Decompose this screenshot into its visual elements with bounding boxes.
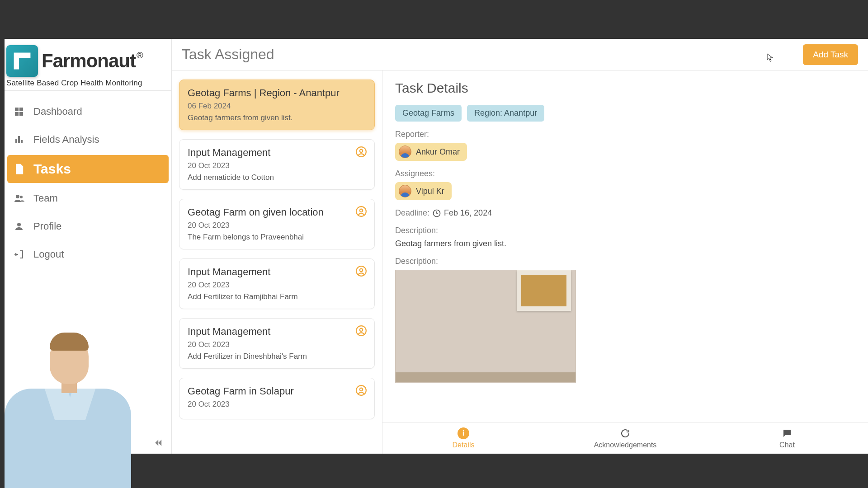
task-card-date: 20 Oct 2023: [188, 281, 366, 290]
brand-tagline: Satellite Based Crop Health Monitoring: [6, 79, 170, 88]
task-list[interactable]: Geotag Farms | Region - Anantpur 06 Feb …: [172, 70, 382, 454]
tab-acknowledgements[interactable]: Acknowledgements: [544, 422, 706, 454]
task-card-title: Input Management: [188, 326, 366, 338]
sidebar-item-dashboard[interactable]: Dashboard: [7, 99, 169, 124]
assignees-label: Assignees:: [395, 169, 855, 178]
svg-rect-6: [18, 136, 20, 143]
reporter-label: Reporter:: [395, 130, 855, 139]
assignee-chip[interactable]: Vipul Kr: [395, 182, 452, 200]
sidebar-item-fields-analysis[interactable]: Fields Analysis: [7, 127, 169, 152]
info-icon: i: [458, 427, 469, 439]
task-card-title: Geotag Farm in Solapur: [188, 385, 366, 397]
task-card-date: 20 Oct 2023: [188, 221, 366, 230]
brand-block: Farmonaut® Satellite Based Crop Health M…: [5, 39, 171, 91]
assignee-icon: [355, 146, 367, 158]
svg-rect-4: [19, 112, 23, 116]
task-card[interactable]: Input Management 20 Oct 2023 Add Fertili…: [179, 318, 375, 369]
task-card-date: 20 Oct 2023: [188, 340, 366, 349]
task-card-desc: Add Fertilizer in Dineshbhai's Farm: [188, 352, 366, 361]
description-text: Geotag farmers from given list.: [395, 239, 855, 249]
task-card-desc: Add nematicide to Cotton: [188, 173, 366, 182]
task-card-desc: Geotag farmers from given list.: [188, 113, 366, 122]
logout-icon: [13, 248, 25, 261]
task-card[interactable]: Input Management 20 Oct 2023 Add nematic…: [179, 139, 375, 190]
deadline-value: Feb 16, 2024: [444, 208, 492, 218]
task-card-title: Geotag Farms | Region - Anantpur: [188, 87, 366, 99]
task-card-desc: The Farm belongs to Praveenbhai: [188, 233, 366, 242]
assignee-icon: [355, 206, 367, 217]
detail-heading: Task Details: [395, 80, 855, 96]
svg-point-18: [360, 328, 363, 332]
tab-chat[interactable]: Chat: [706, 422, 868, 454]
avatar: [399, 185, 411, 197]
task-card-title: Input Management: [188, 266, 366, 278]
person-icon: [13, 220, 25, 233]
svg-point-8: [16, 195, 19, 198]
assignee-icon: [355, 265, 367, 277]
tab-details[interactable]: i Details: [382, 422, 544, 454]
reporter-chip[interactable]: Ankur Omar: [395, 143, 467, 161]
chat-icon: [781, 427, 793, 439]
page-title: Task Assigned: [182, 46, 274, 63]
sidebar-nav: Dashboard Fields Analysis Tasks Team: [5, 91, 171, 267]
sidebar-item-profile[interactable]: Profile: [7, 214, 169, 239]
svg-point-14: [360, 209, 363, 212]
sidebar-item-team[interactable]: Team: [7, 186, 169, 211]
task-card-date: 20 Oct 2023: [188, 400, 366, 409]
svg-marker-0: [14, 53, 31, 70]
detail-tabs: i Details Acknowledgements Chat: [382, 422, 868, 454]
svg-rect-3: [15, 112, 19, 116]
document-icon: [13, 163, 25, 175]
svg-point-10: [17, 223, 21, 226]
reporter-name: Ankur Omar: [416, 147, 460, 157]
mouse-cursor: [767, 53, 773, 62]
sidebar-item-label: Team: [33, 192, 58, 204]
sidebar-item-label: Logout: [33, 249, 64, 260]
assignee-icon: [355, 325, 367, 337]
svg-rect-2: [19, 108, 23, 111]
svg-point-20: [360, 388, 363, 391]
sidebar-item-label: Profile: [33, 221, 61, 232]
sidebar-item-label: Dashboard: [33, 106, 82, 117]
tab-label: Details: [453, 441, 475, 449]
page-header: Task Assigned Add Task: [172, 39, 868, 70]
task-card-date: 06 Feb 2024: [188, 102, 366, 111]
brand-name: Farmonaut: [42, 50, 136, 71]
tab-label: Acknowledgements: [594, 441, 657, 449]
task-card-title: Geotag Farm on given location: [188, 206, 366, 218]
window-bottom-bar: [0, 454, 868, 488]
sidebar-item-logout[interactable]: Logout: [7, 242, 169, 267]
tab-label: Chat: [779, 441, 795, 449]
team-icon: [13, 192, 25, 205]
attachment-image[interactable]: [395, 270, 576, 383]
registered-mark: ®: [137, 50, 143, 60]
task-card[interactable]: Geotag Farm on given location 20 Oct 202…: [179, 199, 375, 249]
tag-row: Geotag Farms Region: Anantpur: [395, 105, 855, 122]
assignee-icon: [355, 385, 367, 396]
add-task-button[interactable]: Add Task: [803, 44, 858, 65]
clock-icon: [432, 209, 441, 218]
tag-chip: Region: Anantpur: [467, 105, 544, 122]
svg-point-12: [360, 150, 363, 153]
task-card[interactable]: Input Management 20 Oct 2023 Add Fertili…: [179, 258, 375, 309]
svg-point-16: [360, 269, 363, 272]
sidebar: Farmonaut® Satellite Based Crop Health M…: [5, 39, 172, 454]
window-top-bar: [0, 0, 868, 39]
svg-point-9: [20, 196, 23, 198]
svg-rect-5: [15, 139, 17, 143]
task-card-title: Input Management: [188, 147, 366, 159]
sidebar-collapse-button[interactable]: [151, 436, 164, 449]
app-frame: Farmonaut® Satellite Based Crop Health M…: [5, 39, 868, 454]
attachment-label: Description:: [395, 257, 855, 266]
task-card-desc: Add Fertilizer to Ramjibhai Farm: [188, 292, 366, 301]
task-card[interactable]: Geotag Farm in Solapur 20 Oct 2023: [179, 378, 375, 419]
brand-logo-icon: [6, 45, 38, 77]
refresh-icon: [619, 427, 631, 439]
sidebar-item-label: Fields Analysis: [33, 134, 99, 145]
task-card[interactable]: Geotag Farms | Region - Anantpur 06 Feb …: [179, 80, 375, 130]
avatar: [399, 145, 411, 158]
content-row: Geotag Farms | Region - Anantpur 06 Feb …: [172, 70, 868, 454]
task-card-date: 20 Oct 2023: [188, 161, 366, 170]
svg-rect-1: [15, 108, 19, 111]
sidebar-item-tasks[interactable]: Tasks: [7, 155, 169, 183]
